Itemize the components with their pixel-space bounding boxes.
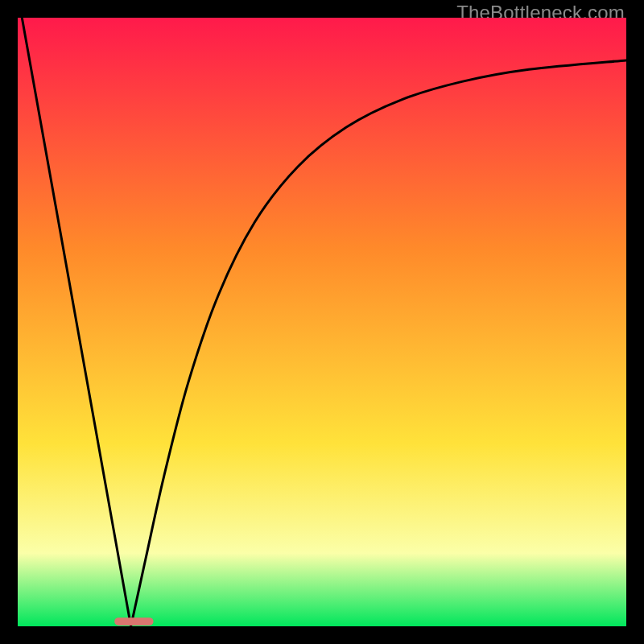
plot-area bbox=[18, 18, 626, 626]
gradient-background bbox=[18, 18, 626, 626]
notch-marker bbox=[114, 617, 153, 625]
chart-svg bbox=[18, 18, 626, 626]
chart-frame: TheBottleneck.com bbox=[0, 0, 644, 644]
